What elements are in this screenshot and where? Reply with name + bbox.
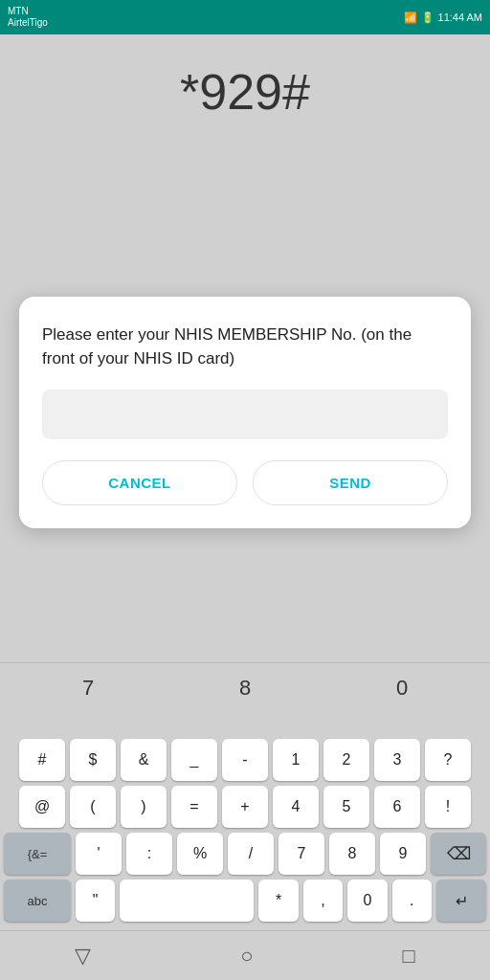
dialog-buttons: CANCEL SEND	[42, 460, 448, 505]
key-underscore[interactable]: _	[171, 739, 217, 781]
nhis-input[interactable]	[42, 390, 448, 439]
key-symbols-toggle[interactable]: {&=	[4, 833, 71, 875]
dialog: Please enter your NHIS MEMBERSHIP No. (o…	[19, 297, 471, 528]
key-dollar[interactable]: $	[70, 739, 116, 781]
key-dash[interactable]: -	[222, 739, 268, 781]
key-closeparen[interactable]: )	[121, 786, 167, 828]
keyboard: # $ & _ - 1 2 3 ? @ ( ) = + 4 5 6 ! {&= …	[0, 733, 490, 930]
key-period[interactable]: .	[392, 880, 432, 922]
key-space[interactable]	[120, 880, 254, 922]
key-9[interactable]: 9	[380, 833, 426, 875]
key-3[interactable]: 3	[374, 739, 420, 781]
dialog-message: Please enter your NHIS MEMBERSHIP No. (o…	[42, 323, 448, 370]
keyboard-row-3: {&= ' : % / 7 8 9 ⌫	[4, 833, 486, 875]
backspace-key[interactable]: ⌫	[431, 833, 486, 875]
key-8[interactable]: 8	[329, 833, 375, 875]
key-plus[interactable]: +	[222, 786, 268, 828]
hint-key-8[interactable]: 8	[221, 676, 269, 701]
hint-key-7[interactable]: 7	[64, 676, 112, 701]
keyboard-hint-row: 7 8 0	[0, 662, 490, 712]
key-at[interactable]: @	[19, 786, 65, 828]
hint-key-0[interactable]: 0	[378, 676, 426, 701]
key-abc-toggle[interactable]: abc	[4, 880, 71, 922]
carrier-info: MTN AirtelTigo	[8, 6, 48, 29]
key-slash[interactable]: /	[228, 833, 274, 875]
carrier1-label: MTN	[8, 6, 48, 17]
key-amp[interactable]: &	[121, 739, 167, 781]
key-comma[interactable]: ,	[303, 880, 343, 922]
key-percent[interactable]: %	[177, 833, 223, 875]
key-2[interactable]: 2	[323, 739, 369, 781]
key-question[interactable]: ?	[425, 739, 471, 781]
key-7[interactable]: 7	[278, 833, 324, 875]
back-icon[interactable]: ▽	[75, 944, 91, 969]
key-5[interactable]: 5	[323, 786, 369, 828]
key-hash[interactable]: #	[19, 739, 65, 781]
key-exclaim[interactable]: !	[425, 786, 471, 828]
key-colon[interactable]: :	[126, 833, 172, 875]
cancel-button[interactable]: CANCEL	[42, 460, 237, 505]
key-apostrophe[interactable]: '	[76, 833, 122, 875]
key-4[interactable]: 4	[273, 786, 319, 828]
carrier2-label: AirtelTigo	[8, 17, 48, 29]
key-1[interactable]: 1	[273, 739, 319, 781]
recents-icon[interactable]: □	[403, 944, 415, 969]
keyboard-row-4: abc " * , 0 . ↵	[4, 880, 486, 922]
time-display: 11:44 AM	[438, 11, 482, 23]
key-6[interactable]: 6	[374, 786, 420, 828]
keyboard-row-2: @ ( ) = + 4 5 6 !	[4, 786, 486, 828]
network-icons: 📶 🔋	[404, 11, 434, 24]
return-key[interactable]: ↵	[436, 880, 486, 922]
home-icon[interactable]: ○	[240, 944, 253, 969]
ussd-code: *929#	[161, 34, 329, 140]
key-0[interactable]: 0	[347, 880, 387, 922]
status-right-icons: 📶 🔋 11:44 AM	[404, 11, 482, 24]
key-openparen[interactable]: (	[70, 786, 116, 828]
status-bar: MTN AirtelTigo 📶 🔋 11:44 AM	[0, 0, 490, 34]
send-button[interactable]: SEND	[253, 460, 448, 505]
key-asterisk[interactable]: *	[258, 880, 298, 922]
key-quote[interactable]: "	[76, 880, 115, 922]
key-equals[interactable]: =	[171, 786, 217, 828]
nav-bar: ▽ ○ □	[0, 930, 490, 980]
keyboard-row-1: # $ & _ - 1 2 3 ?	[4, 739, 486, 781]
